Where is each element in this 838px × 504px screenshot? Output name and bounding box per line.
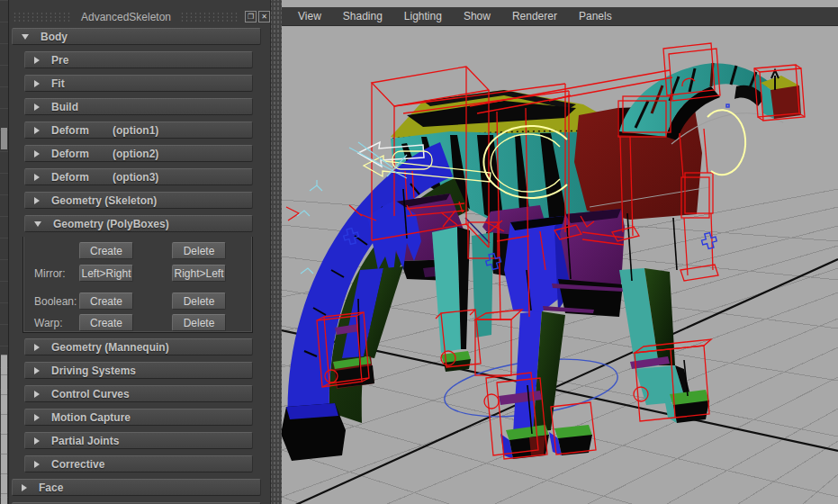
chevron-right-icon — [34, 197, 40, 204]
restore-icon[interactable]: ❐ — [245, 11, 257, 22]
section-label: Corrective — [51, 458, 104, 471]
menu-renderer[interactable]: Renderer — [501, 10, 568, 22]
section-deform-option2[interactable]: Deform(option2) — [24, 145, 253, 162]
section-deform-option1[interactable]: Deform(option1) — [24, 122, 253, 139]
warp-button[interactable]: Delete — [172, 314, 226, 331]
boolean-button[interactable]: Delete — [172, 292, 226, 310]
mirror-button[interactable]: Right>Left — [172, 265, 226, 282]
chevron-right-icon — [34, 57, 40, 64]
section-geo-polyboxes[interactable]: Geometry (PolyBoxes) — [24, 215, 253, 232]
polyboxes-controls: CreateDeleteMirror:Left>RightRight>LeftB… — [23, 237, 253, 333]
close-icon[interactable]: ✕ — [258, 11, 270, 22]
left-toolbar-rail[interactable] — [0, 0, 9, 504]
boolean-button[interactable]: Create — [79, 292, 133, 310]
chevron-down-icon — [22, 34, 29, 40]
chevron-right-icon — [34, 127, 40, 134]
chevron-right-icon — [22, 484, 27, 491]
chevron-right-icon — [34, 344, 40, 351]
chevron-right-icon — [34, 367, 40, 374]
section-label: Driving Systems — [51, 364, 136, 377]
section-partial-joints[interactable]: Partial Joints — [24, 432, 253, 449]
section-face[interactable]: Face — [12, 479, 261, 496]
section-label: Pre — [51, 54, 68, 67]
chevron-right-icon — [34, 104, 40, 111]
section-driving-systems[interactable]: Driving Systems — [24, 362, 253, 379]
section-label: Body — [41, 31, 68, 43]
viewport-panel[interactable]: ViewShadingLightingShowRendererPanels — [282, 0, 838, 504]
section-label: Motion Capture — [51, 411, 131, 424]
menu-panels[interactable]: Panels — [568, 10, 623, 22]
section-label: Build — [51, 101, 78, 113]
maya-window: AdvancedSkeleton ❐ ✕ BodyPreFitBuildDefo… — [0, 0, 838, 504]
section-label: Control Curves — [51, 388, 130, 400]
viewport-canvas[interactable] — [282, 26, 838, 504]
section-option-label: (option1) — [113, 124, 158, 137]
section-pre[interactable]: Pre — [24, 51, 253, 68]
warp-button[interactable]: Create — [79, 314, 133, 331]
section-corrective[interactable]: Corrective — [24, 455, 253, 472]
section-body[interactable]: Body — [12, 28, 261, 45]
section-label: Deform — [51, 148, 89, 160]
panel-titlebar[interactable]: AdvancedSkeleton ❐ ✕ — [9, 8, 270, 25]
section-build[interactable]: Build — [24, 98, 253, 115]
section-label: Geometry (Skeleton) — [51, 194, 157, 207]
section-fit[interactable]: Fit — [24, 75, 253, 92]
section-option-label: (option2) — [113, 148, 158, 160]
section-geo-mannequin[interactable]: Geometry (Mannequin) — [24, 338, 253, 356]
chevron-right-icon — [34, 391, 40, 398]
menu-shading[interactable]: Shading — [332, 10, 393, 22]
button[interactable]: Create — [79, 242, 133, 259]
chevron-right-icon — [34, 80, 40, 87]
rail-cells — [1, 355, 7, 504]
section-label: Deform — [51, 171, 89, 184]
section-label: Fit — [51, 77, 65, 90]
section-label: Face — [39, 482, 63, 494]
section-option-label: (option3) — [113, 171, 158, 184]
rail-cell — [1, 128, 7, 149]
menu-show[interactable]: Show — [453, 10, 501, 22]
viewport-menubar: ViewShadingLightingShowRendererPanels — [282, 7, 838, 26]
advancedskeleton-panel: AdvancedSkeleton ❐ ✕ BodyPreFitBuildDefo… — [9, 0, 270, 504]
titlebar-texture — [180, 12, 239, 22]
section-label: Geometry (Mannequin) — [51, 341, 169, 354]
section-label: Partial Joints — [51, 435, 119, 447]
section-motion-capture[interactable]: Motion Capture — [24, 409, 253, 426]
section-deform-option3[interactable]: Deform(option3) — [24, 168, 253, 185]
panel-scrollbar[interactable] — [270, 0, 282, 504]
chevron-right-icon — [34, 150, 40, 158]
menu-lighting[interactable]: Lighting — [393, 10, 453, 22]
section-label: Geometry (PolyBoxes) — [53, 218, 169, 230]
button[interactable]: Delete — [172, 242, 226, 259]
section-label: Deform — [51, 124, 89, 137]
menu-view[interactable]: View — [287, 10, 332, 22]
panel-sections: BodyPreFitBuildDeform(option1)Deform(opt… — [9, 28, 270, 504]
chevron-down-icon — [34, 221, 41, 227]
chevron-right-icon — [34, 437, 40, 445]
mirror-button[interactable]: Left>Right — [79, 265, 133, 282]
titlebar-texture — [13, 12, 72, 22]
chevron-right-icon — [34, 174, 40, 181]
section-geo-skeleton[interactable]: Geometry (Skeleton) — [24, 192, 253, 209]
panel-title: AdvancedSkeleton — [76, 11, 176, 23]
chevron-right-icon — [34, 461, 40, 468]
section-control-curves[interactable]: Control Curves — [24, 385, 253, 402]
chevron-right-icon — [34, 414, 40, 421]
